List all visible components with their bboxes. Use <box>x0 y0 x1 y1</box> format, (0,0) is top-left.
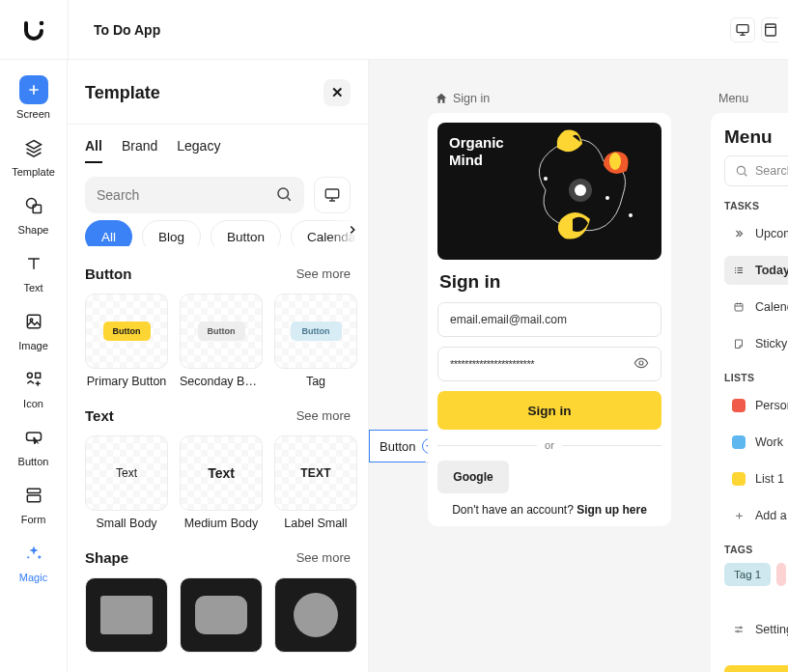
tab-brand[interactable]: Brand <box>122 138 157 163</box>
plus-icon <box>19 75 48 104</box>
svg-point-3 <box>26 199 36 209</box>
signup-text: Don't have an account? Sign up here <box>437 503 661 517</box>
tag-1[interactable]: Tag 1 <box>724 563 771 586</box>
see-more-text[interactable]: See more <box>296 408 351 423</box>
menu-search[interactable]: Search <box>724 155 788 186</box>
frame-signin[interactable]: Organic Mind Sign in em <box>428 113 671 526</box>
calendar-icon <box>732 301 746 313</box>
menu-item-sticky[interactable]: Sticky <box>724 329 788 358</box>
template-icon <box>19 133 48 162</box>
search-box[interactable] <box>85 177 304 213</box>
sidebar-item-form[interactable]: Form <box>7 481 61 525</box>
sidebar-item-icon[interactable]: Icon <box>7 365 61 409</box>
frame-label-menu[interactable]: Menu <box>718 92 748 105</box>
svg-point-18 <box>605 196 609 200</box>
top-bar: To Do App <box>0 0 788 60</box>
see-more-button[interactable]: See more <box>296 266 351 281</box>
svg-point-16 <box>575 184 586 196</box>
sidebar-item-button[interactable]: Button <box>7 423 61 467</box>
sliders-icon <box>732 624 746 635</box>
svg-rect-11 <box>27 495 40 502</box>
svg-rect-8 <box>35 373 40 378</box>
logo <box>0 18 68 42</box>
sidebar-item-magic[interactable]: Magic <box>7 539 61 583</box>
signin-button[interactable]: Sign in <box>437 391 661 430</box>
signin-heading: Sign in <box>437 269 661 293</box>
list-item-list1[interactable]: List 1 <box>724 464 788 493</box>
device-filter-button[interactable] <box>314 177 351 213</box>
template-card-shape-circle[interactable] <box>274 577 357 653</box>
hero-illustration <box>507 123 661 260</box>
template-card-shape-rect[interactable] <box>85 577 168 653</box>
canvas[interactable]: Button + Sign in Organic Mind <box>369 60 788 672</box>
close-icon: ✕ <box>331 84 344 101</box>
tag-partial[interactable] <box>776 563 786 586</box>
see-more-shape[interactable]: See more <box>296 550 351 565</box>
frame-menu[interactable]: Menu Search TASKS Upcom Today Calenc Sti… <box>711 113 788 672</box>
svg-point-0 <box>40 20 44 25</box>
eye-icon[interactable] <box>633 355 649 374</box>
svg-point-7 <box>27 373 32 378</box>
svg-rect-13 <box>325 189 339 198</box>
icon-icon <box>19 365 48 394</box>
tab-legacy[interactable]: Legacy <box>177 138 220 163</box>
note-icon <box>732 338 746 350</box>
svg-rect-5 <box>27 315 40 327</box>
viewport-size-icon[interactable] <box>761 17 778 42</box>
or-divider: or <box>437 439 661 451</box>
svg-point-19 <box>629 213 633 217</box>
close-button[interactable]: ✕ <box>324 79 351 106</box>
template-card-shape-round[interactable] <box>180 577 263 653</box>
section-title-button: Button <box>85 266 131 282</box>
sidebar-item-screen[interactable]: Screen <box>7 75 61 120</box>
category-chips: All Blog Button Calendar Co <box>68 213 368 246</box>
email-field[interactable]: email.email@mail.com <box>437 302 661 337</box>
section-title-shape: Shape <box>85 549 128 566</box>
chip-button[interactable]: Button <box>211 220 281 246</box>
search-input[interactable] <box>97 187 267 203</box>
frame-label-signin[interactable]: Sign in <box>435 92 490 105</box>
sidebar-item-image[interactable]: Image <box>7 307 61 351</box>
template-card-small-body[interactable]: Text Small Body <box>85 435 168 530</box>
template-card-label-small[interactable]: TEXT Label Small <box>274 435 357 530</box>
sidebar-item-text[interactable]: Text <box>7 249 61 294</box>
list-item-work[interactable]: Work <box>724 428 788 457</box>
menu-item-today[interactable]: Today <box>724 256 788 285</box>
template-card-medium-body[interactable]: Text Medium Body <box>180 435 263 530</box>
svg-rect-22 <box>735 304 743 312</box>
svg-rect-2 <box>765 24 775 36</box>
menu-item-calendar[interactable]: Calenc <box>724 293 788 322</box>
form-icon <box>19 481 48 510</box>
magic-icon <box>19 539 48 568</box>
template-card-tag[interactable]: Button Tag <box>274 294 357 388</box>
svg-point-14 <box>609 153 621 170</box>
sidebar-item-shape[interactable]: Shape <box>7 191 61 236</box>
yellow-footer-block <box>724 665 788 672</box>
chip-blog[interactable]: Blog <box>142 220 201 246</box>
panel-tabs: All Brand Legacy <box>68 125 368 163</box>
chevron-right-icon[interactable] <box>343 220 362 239</box>
svg-rect-10 <box>27 489 40 492</box>
text-icon <box>19 249 48 278</box>
button-icon <box>19 423 48 452</box>
chevrons-right-icon <box>732 228 746 239</box>
section-title-text: Text <box>85 407 114 424</box>
menu-item-settings[interactable]: Setting <box>724 615 788 644</box>
menu-item-upcoming[interactable]: Upcom <box>724 219 788 248</box>
app-title: To Do App <box>69 22 185 38</box>
list-item-personal[interactable]: Person <box>724 391 788 420</box>
google-button[interactable]: Google <box>437 461 509 493</box>
tags-label: TAGS <box>724 544 788 555</box>
template-card-secondary-button[interactable]: Button Seconday But... <box>180 294 263 388</box>
menu-heading: Menu <box>724 126 788 148</box>
tab-all[interactable]: All <box>85 138 102 163</box>
svg-point-23 <box>740 627 742 629</box>
template-card-primary-button[interactable]: Button Primary Button <box>85 294 168 388</box>
sidebar-item-template[interactable]: Template <box>7 133 61 178</box>
password-field[interactable]: *********************** <box>437 347 661 381</box>
add-list-button[interactable]: ＋ Add a l <box>724 501 788 530</box>
signup-link[interactable]: Sign up here <box>577 503 647 517</box>
desktop-toggle-icon[interactable] <box>730 17 755 42</box>
chip-all[interactable]: All <box>85 220 132 246</box>
svg-point-12 <box>278 188 289 199</box>
